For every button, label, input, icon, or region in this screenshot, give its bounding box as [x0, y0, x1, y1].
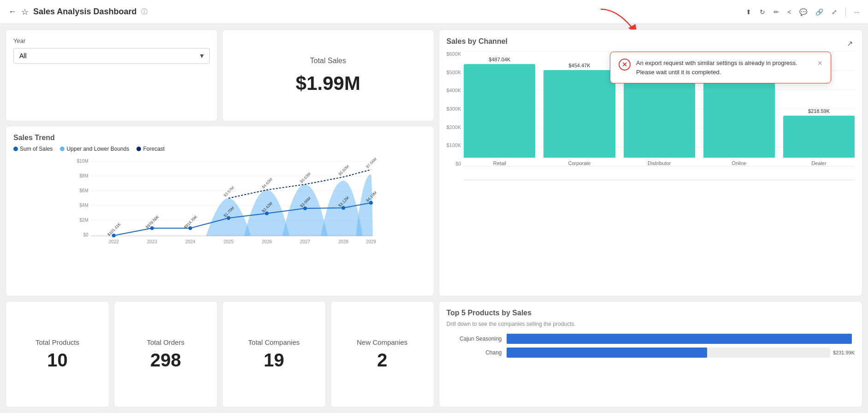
svg-text:$4.63M: $4.63M — [261, 177, 273, 189]
legend-label-bounds: Upper and Lower Bounds — [66, 146, 129, 152]
svg-text:2022: 2022 — [109, 239, 119, 244]
bar-online-x: Online — [732, 160, 746, 166]
bar-dealer-x: Dealer — [811, 160, 826, 166]
svg-text:2025: 2025 — [224, 239, 234, 244]
bar-retail-label: $487.04K — [489, 57, 510, 62]
total-products-card: Total Products 10 — [6, 301, 109, 407]
bar-corporate-x: Corporate — [568, 160, 591, 166]
svg-point-32 — [227, 216, 230, 220]
svg-text:$6M: $6M — [79, 188, 88, 193]
svg-text:2029: 2029 — [366, 239, 377, 244]
cursor-icon: ↗ — [847, 39, 853, 48]
trend-title: Sales Trend — [13, 134, 426, 142]
edit-icon[interactable]: ✏ — [774, 8, 779, 16]
refresh-icon[interactable]: ↻ — [760, 8, 765, 16]
year-select[interactable]: All 2022 2023 2024 2025 2026 2027 2028 2… — [13, 48, 210, 64]
bar-dealer-fill — [783, 116, 855, 158]
svg-text:2024: 2024 — [185, 239, 196, 244]
svg-point-30 — [150, 226, 154, 230]
new-companies-label: New Companies — [338, 338, 426, 346]
svg-text:$6.60M: $6.60M — [337, 164, 350, 177]
legend-label-forecast: Forecast — [143, 146, 165, 152]
top5-title: Top 5 Products by Sales — [447, 309, 855, 317]
total-companies-value: 19 — [230, 350, 318, 371]
link-icon[interactable]: 🔗 — [815, 8, 823, 16]
channel-title: Sales by Channel — [447, 37, 855, 46]
svg-text:$0: $0 — [83, 232, 89, 237]
hbar-chang-value: $231.99K — [833, 350, 855, 355]
info-icon[interactable]: ⓘ — [141, 8, 148, 16]
total-companies-card: Total Companies 19 — [222, 301, 326, 407]
bar-corporate: $454.47K Corporate — [543, 63, 615, 166]
svg-text:$7.56M: $7.56M — [365, 157, 378, 169]
bar-retail-fill — [464, 64, 535, 158]
svg-point-36 — [369, 201, 373, 205]
trend-chart-svg: $10M $8M $6M $4M $2M $0 2022 2023 2024 2… — [13, 157, 426, 249]
hbar-cajun: Cajun Seasoning — [447, 334, 855, 344]
bar-online: $389.56K Online — [703, 75, 775, 166]
total-orders-card: Total Orders 298 — [114, 301, 218, 407]
hbar-chang-track — [507, 348, 830, 358]
legend-label-sum: Sum of Sales — [20, 146, 53, 152]
svg-text:$4M: $4M — [79, 203, 88, 208]
legend-dot-bounds — [60, 147, 65, 151]
share-icon[interactable]: < — [787, 8, 791, 16]
trend-legend: Sum of Sales Upper and Lower Bounds Fore… — [13, 146, 426, 152]
year-label: Year — [13, 37, 210, 44]
svg-text:2028: 2028 — [338, 239, 349, 244]
toast-message: An export request with similar settings … — [636, 59, 808, 77]
top5-subtitle: Drill down to see the companies selling … — [447, 321, 855, 327]
bar-dealer-label: $218.59K — [808, 108, 830, 114]
bar-retail-x: Retail — [493, 160, 506, 166]
svg-point-29 — [112, 234, 116, 237]
legend-sum-sales: Sum of Sales — [13, 146, 53, 152]
svg-text:2027: 2027 — [300, 239, 311, 244]
total-sales-value: $1.99M — [230, 72, 426, 94]
legend-dot-forecast — [136, 147, 141, 151]
metrics-row: Total Products 10 Total Orders 298 Total… — [6, 301, 434, 407]
bar-retail: $487.04K Retail — [464, 57, 535, 166]
hbar-chang-fill — [507, 348, 707, 358]
header-left: ← ☆ Sales Analysis Dashboard ⓘ — [8, 7, 148, 17]
back-button[interactable]: ← — [8, 7, 17, 17]
svg-text:2026: 2026 — [262, 239, 272, 244]
legend-bounds: Upper and Lower Bounds — [60, 146, 129, 152]
top5-products-card: Top 5 Products by Sales Drill down to se… — [439, 301, 863, 407]
total-companies-label: Total Companies — [230, 338, 318, 346]
new-companies-card: New Companies 2 — [331, 301, 434, 407]
new-companies-value: 2 — [338, 350, 426, 371]
hbar-cajun-label: Cajun Seasoning — [447, 336, 507, 342]
toast-error-icon: ✕ — [619, 59, 631, 71]
svg-text:$8M: $8M — [79, 173, 88, 178]
bar-online-fill — [703, 83, 775, 158]
export-icon[interactable]: ⬆ — [746, 8, 751, 16]
toast-close-button[interactable]: × — [817, 59, 822, 68]
hbar-cajun-fill — [507, 334, 852, 344]
top5-bars: Cajun Seasoning Chang $231.99K — [447, 334, 855, 358]
svg-text:$3.57M: $3.57M — [223, 185, 235, 198]
total-orders-label: Total Orders — [122, 338, 210, 346]
comment-icon[interactable]: 💬 — [799, 8, 807, 16]
more-icon[interactable]: ··· — [854, 8, 860, 16]
svg-point-34 — [303, 206, 307, 210]
hbar-chang-label: Chang — [447, 349, 507, 356]
sales-trend-card: Sales Trend Sum of Sales Upper and Lower… — [6, 126, 434, 296]
year-filter-card: Year All 2022 2023 2024 2025 2026 2027 2… — [6, 30, 218, 121]
svg-text:$2M: $2M — [79, 218, 88, 223]
year-select-wrapper: All 2022 2023 2024 2025 2026 2027 2028 2… — [13, 48, 210, 64]
svg-text:$5.63M: $5.63M — [299, 171, 312, 184]
channel-y-axis: $0 $100K $200K $300K $400K $500K $600K — [447, 51, 464, 180]
expand-icon[interactable]: ⤢ — [832, 8, 837, 16]
header: ← ☆ Sales Analysis Dashboard ⓘ ⬆ ↻ ✏ < 💬… — [0, 0, 868, 24]
total-orders-value: 298 — [122, 350, 210, 371]
toast-notification: ✕ An export request with similar setting… — [610, 52, 831, 83]
star-icon[interactable]: ☆ — [21, 7, 29, 17]
total-sales-label: Total Sales — [230, 57, 426, 65]
svg-text:2023: 2023 — [147, 239, 158, 244]
hbar-cajun-track — [507, 334, 852, 344]
svg-point-33 — [265, 212, 269, 215]
bar-distributor-fill — [624, 74, 695, 158]
bar-corporate-label: $454.47K — [568, 63, 590, 68]
bar-distributor-x: Distributor — [648, 160, 671, 166]
total-products-value: 10 — [13, 350, 101, 371]
